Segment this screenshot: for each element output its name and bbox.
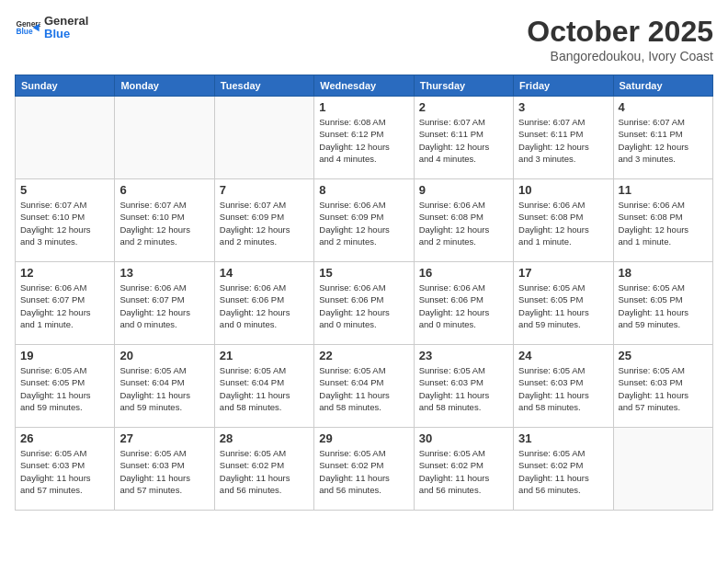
calendar-cell: 11Sunrise: 6:06 AM Sunset: 6:08 PM Dayli… xyxy=(613,179,712,262)
calendar-cell xyxy=(613,428,712,511)
calendar-cell: 27Sunrise: 6:05 AM Sunset: 6:03 PM Dayli… xyxy=(115,428,214,511)
day-info: Sunrise: 6:05 AM Sunset: 6:05 PM Dayligh… xyxy=(518,282,608,330)
day-number: 3 xyxy=(518,100,608,114)
weekday-header-sunday: Sunday xyxy=(16,75,115,97)
day-number: 22 xyxy=(319,349,408,362)
day-number: 14 xyxy=(220,266,309,280)
calendar-cell: 24Sunrise: 6:05 AM Sunset: 6:03 PM Dayli… xyxy=(514,345,613,428)
day-info: Sunrise: 6:05 AM Sunset: 6:02 PM Dayligh… xyxy=(319,447,408,496)
calendar-cell: 9Sunrise: 6:06 AM Sunset: 6:08 PM Daylig… xyxy=(414,179,513,262)
weekday-header-row: SundayMondayTuesdayWednesdayThursdayFrid… xyxy=(16,75,713,97)
day-number: 5 xyxy=(20,183,109,197)
location: Bangoredoukou, Ivory Coast xyxy=(527,49,713,63)
day-info: Sunrise: 6:05 AM Sunset: 6:04 PM Dayligh… xyxy=(319,364,408,413)
day-number: 31 xyxy=(518,431,608,445)
day-info: Sunrise: 6:06 AM Sunset: 6:08 PM Dayligh… xyxy=(518,199,608,247)
day-info: Sunrise: 6:06 AM Sunset: 6:06 PM Dayligh… xyxy=(220,282,309,330)
day-number: 18 xyxy=(619,266,708,280)
calendar-week-1: 1Sunrise: 6:08 AM Sunset: 6:12 PM Daylig… xyxy=(16,97,713,179)
weekday-header-tuesday: Tuesday xyxy=(214,75,313,97)
day-info: Sunrise: 6:05 AM Sunset: 6:03 PM Dayligh… xyxy=(518,364,608,413)
day-number: 4 xyxy=(619,100,708,114)
calendar-cell: 29Sunrise: 6:05 AM Sunset: 6:02 PM Dayli… xyxy=(314,428,414,511)
day-info: Sunrise: 6:05 AM Sunset: 6:02 PM Dayligh… xyxy=(518,447,608,496)
day-info: Sunrise: 6:05 AM Sunset: 6:02 PM Dayligh… xyxy=(419,447,508,496)
day-info: Sunrise: 6:06 AM Sunset: 6:08 PM Dayligh… xyxy=(619,199,708,247)
calendar-cell: 2Sunrise: 6:07 AM Sunset: 6:11 PM Daylig… xyxy=(414,97,513,179)
day-number: 13 xyxy=(119,266,209,280)
day-number: 17 xyxy=(518,266,608,280)
weekday-header-monday: Monday xyxy=(115,75,214,97)
day-info: Sunrise: 6:05 AM Sunset: 6:05 PM Dayligh… xyxy=(619,282,708,330)
day-info: Sunrise: 6:06 AM Sunset: 6:07 PM Dayligh… xyxy=(119,282,209,330)
day-number: 19 xyxy=(20,349,109,362)
weekday-header-thursday: Thursday xyxy=(414,75,513,97)
calendar-cell: 7Sunrise: 6:07 AM Sunset: 6:09 PM Daylig… xyxy=(214,179,313,262)
day-number: 9 xyxy=(419,183,508,197)
svg-text:Blue: Blue xyxy=(16,27,32,36)
day-number: 20 xyxy=(119,349,209,362)
calendar-cell xyxy=(16,97,115,179)
weekday-header-wednesday: Wednesday xyxy=(314,75,414,97)
day-info: Sunrise: 6:07 AM Sunset: 6:09 PM Dayligh… xyxy=(220,199,309,247)
calendar-cell: 31Sunrise: 6:05 AM Sunset: 6:02 PM Dayli… xyxy=(514,428,613,511)
calendar-cell: 5Sunrise: 6:07 AM Sunset: 6:10 PM Daylig… xyxy=(16,179,115,262)
page-header: General Blue General Blue October 2025 B… xyxy=(15,15,713,63)
day-number: 12 xyxy=(20,266,109,280)
day-info: Sunrise: 6:05 AM Sunset: 6:04 PM Dayligh… xyxy=(119,364,209,413)
calendar-week-2: 5Sunrise: 6:07 AM Sunset: 6:10 PM Daylig… xyxy=(16,179,713,262)
calendar-cell: 23Sunrise: 6:05 AM Sunset: 6:03 PM Dayli… xyxy=(414,345,513,428)
day-number: 10 xyxy=(518,183,608,197)
logo-icon: General Blue xyxy=(15,15,40,40)
calendar-cell: 3Sunrise: 6:07 AM Sunset: 6:11 PM Daylig… xyxy=(514,97,613,179)
day-info: Sunrise: 6:07 AM Sunset: 6:11 PM Dayligh… xyxy=(619,116,708,165)
day-number: 26 xyxy=(20,431,109,445)
day-number: 28 xyxy=(220,431,309,445)
day-info: Sunrise: 6:07 AM Sunset: 6:10 PM Dayligh… xyxy=(20,199,109,247)
day-info: Sunrise: 6:05 AM Sunset: 6:03 PM Dayligh… xyxy=(619,364,708,413)
logo: General Blue General Blue xyxy=(15,15,88,41)
day-number: 8 xyxy=(319,183,408,197)
day-info: Sunrise: 6:05 AM Sunset: 6:02 PM Dayligh… xyxy=(220,447,309,496)
day-info: Sunrise: 6:05 AM Sunset: 6:05 PM Dayligh… xyxy=(20,364,109,413)
day-info: Sunrise: 6:06 AM Sunset: 6:06 PM Dayligh… xyxy=(419,282,508,330)
day-number: 30 xyxy=(419,431,508,445)
calendar-cell: 1Sunrise: 6:08 AM Sunset: 6:12 PM Daylig… xyxy=(314,97,414,179)
day-number: 21 xyxy=(220,349,309,362)
calendar-cell: 14Sunrise: 6:06 AM Sunset: 6:06 PM Dayli… xyxy=(214,262,313,345)
day-number: 15 xyxy=(319,266,408,280)
logo-blue: Blue xyxy=(44,28,88,40)
calendar-cell: 25Sunrise: 6:05 AM Sunset: 6:03 PM Dayli… xyxy=(613,345,712,428)
calendar-cell: 22Sunrise: 6:05 AM Sunset: 6:04 PM Dayli… xyxy=(314,345,414,428)
title-block: October 2025 Bangoredoukou, Ivory Coast xyxy=(527,15,713,63)
day-info: Sunrise: 6:07 AM Sunset: 6:11 PM Dayligh… xyxy=(419,116,508,165)
day-number: 11 xyxy=(619,183,708,197)
month-title: October 2025 xyxy=(527,15,713,49)
day-number: 27 xyxy=(119,431,209,445)
calendar-cell xyxy=(214,97,313,179)
calendar-cell: 6Sunrise: 6:07 AM Sunset: 6:10 PM Daylig… xyxy=(115,179,214,262)
day-info: Sunrise: 6:05 AM Sunset: 6:03 PM Dayligh… xyxy=(419,364,508,413)
day-info: Sunrise: 6:06 AM Sunset: 6:09 PM Dayligh… xyxy=(319,199,408,247)
day-info: Sunrise: 6:06 AM Sunset: 6:06 PM Dayligh… xyxy=(319,282,408,330)
day-info: Sunrise: 6:07 AM Sunset: 6:10 PM Dayligh… xyxy=(119,199,209,247)
day-number: 1 xyxy=(319,100,408,114)
calendar-cell: 16Sunrise: 6:06 AM Sunset: 6:06 PM Dayli… xyxy=(414,262,513,345)
day-info: Sunrise: 6:05 AM Sunset: 6:04 PM Dayligh… xyxy=(220,364,309,413)
calendar-cell xyxy=(115,97,214,179)
day-number: 7 xyxy=(220,183,309,197)
calendar-table: SundayMondayTuesdayWednesdayThursdayFrid… xyxy=(15,75,713,511)
calendar-week-5: 26Sunrise: 6:05 AM Sunset: 6:03 PM Dayli… xyxy=(16,428,713,511)
day-number: 2 xyxy=(419,100,508,114)
calendar-body: 1Sunrise: 6:08 AM Sunset: 6:12 PM Daylig… xyxy=(16,97,713,511)
calendar-cell: 21Sunrise: 6:05 AM Sunset: 6:04 PM Dayli… xyxy=(214,345,313,428)
weekday-header-saturday: Saturday xyxy=(613,75,712,97)
day-number: 24 xyxy=(518,349,608,362)
day-number: 6 xyxy=(119,183,209,197)
logo-general: General xyxy=(44,15,88,28)
day-info: Sunrise: 6:06 AM Sunset: 6:08 PM Dayligh… xyxy=(419,199,508,247)
weekday-header-friday: Friday xyxy=(514,75,613,97)
day-info: Sunrise: 6:05 AM Sunset: 6:03 PM Dayligh… xyxy=(119,447,209,496)
calendar-cell: 13Sunrise: 6:06 AM Sunset: 6:07 PM Dayli… xyxy=(115,262,214,345)
calendar-week-4: 19Sunrise: 6:05 AM Sunset: 6:05 PM Dayli… xyxy=(16,345,713,428)
